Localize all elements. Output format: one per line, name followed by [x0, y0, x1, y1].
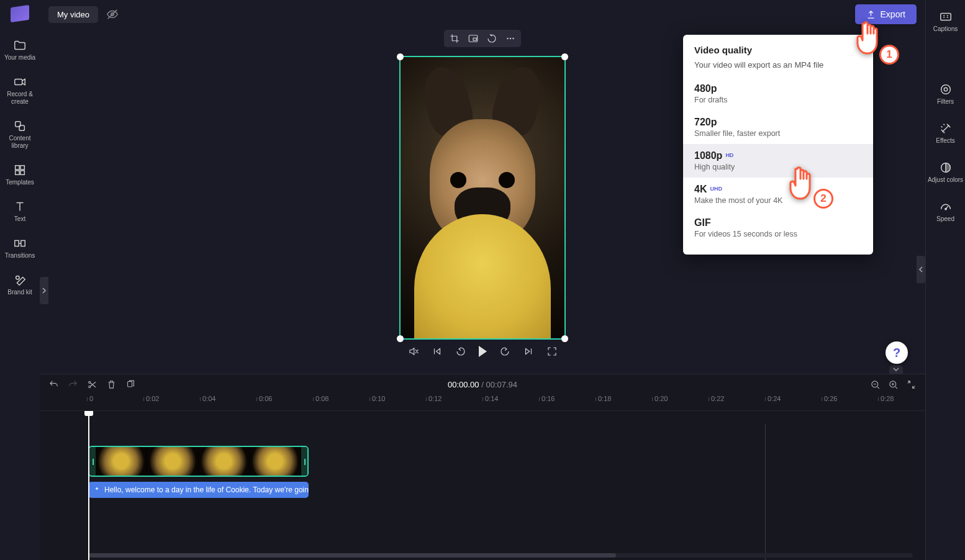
svg-point-23 — [944, 88, 948, 91]
sidebar-templates[interactable]: Templates — [0, 160, 40, 190]
rewind-icon[interactable] — [455, 346, 466, 357]
crop-icon[interactable] — [449, 33, 460, 44]
video-canvas[interactable] — [399, 56, 566, 340]
redo-icon[interactable] — [68, 379, 78, 390]
quality-option-gif[interactable]: GIFFor videos 15 seconds or less — [683, 211, 873, 245]
skip-forward-icon[interactable] — [523, 346, 534, 357]
quality-badge: HD — [725, 152, 733, 158]
sidebar-transitions[interactable]: Transitions — [0, 233, 40, 263]
pip-icon[interactable] — [468, 33, 479, 44]
sidebar-filters-label: Filters — [937, 98, 954, 106]
timeline-ruler[interactable]: 00:020:040:060:080:100:120:140:160:180:2… — [40, 395, 925, 411]
timeline-tracks[interactable]: || || Hello, welcome to a day in the lif… — [40, 411, 925, 560]
quality-option-4k[interactable]: 4KUHDMake the most of your 4K — [683, 178, 873, 211]
filters-icon — [939, 83, 953, 96]
sidebar-adjust-colors[interactable]: Adjust colors — [926, 157, 965, 187]
export-popover-title: Video quality — [683, 45, 873, 60]
quality-option-720p[interactable]: 720pSmaller file, faster export — [683, 111, 873, 144]
sidebar-speed-label: Speed — [936, 215, 954, 223]
svg-rect-0 — [15, 79, 22, 84]
app-logo — [11, 5, 29, 22]
rotate-icon[interactable] — [486, 33, 497, 44]
undo-icon[interactable] — [48, 379, 59, 390]
quality-sub: Smaller file, faster export — [694, 129, 862, 138]
timeline-scrollbar[interactable] — [88, 553, 913, 558]
ruler-mark: 0 — [89, 395, 93, 402]
fit-timeline-icon[interactable] — [906, 379, 917, 390]
zoom-in-icon[interactable] — [888, 379, 899, 390]
help-button[interactable]: ? — [886, 341, 908, 364]
quality-label: 1080p — [694, 150, 722, 161]
sidebar-content-library[interactable]: Content library — [0, 115, 40, 153]
annotation-number-2: 2 — [813, 189, 833, 209]
play-button[interactable] — [479, 346, 487, 357]
video-clip[interactable]: || || — [88, 446, 309, 477]
ruler-mark: 0:14 — [485, 395, 498, 402]
ruler-mark: 0:28 — [881, 395, 894, 402]
quality-option-1080p[interactable]: 1080pHDHigh quality — [683, 144, 873, 178]
svg-rect-12 — [473, 38, 476, 40]
svg-rect-3 — [16, 166, 19, 169]
right-sidebar: Captions Filters Effects Adjust colors — [925, 0, 965, 560]
forward-icon[interactable] — [499, 346, 510, 357]
svg-point-13 — [507, 38, 508, 39]
ruler-mark: 0:16 — [541, 395, 555, 402]
split-icon[interactable] — [87, 379, 97, 390]
sidebar-effects[interactable]: Effects — [926, 118, 965, 148]
quality-badge: UHD — [710, 186, 722, 192]
sidebar-brand-kit[interactable]: Brand kit — [0, 269, 40, 300]
svg-point-22 — [941, 85, 950, 94]
caption-text: Hello, welcome to a day in the life of C… — [104, 485, 309, 494]
sidebar-speed[interactable]: Speed — [926, 196, 965, 227]
timeline-guide-line — [765, 423, 766, 560]
duplicate-icon[interactable] — [125, 379, 136, 390]
expand-right-panel[interactable] — [917, 256, 925, 283]
fullscreen-icon[interactable] — [546, 346, 558, 357]
more-options-icon[interactable] — [505, 33, 516, 44]
sidebar-record-create[interactable]: Record & create — [0, 71, 40, 109]
mute-icon[interactable] — [408, 346, 419, 357]
ruler-mark: 0:10 — [372, 395, 385, 402]
resize-handle-tl[interactable] — [397, 53, 404, 60]
zoom-out-icon[interactable] — [870, 379, 881, 390]
sidebar-filters[interactable]: Filters — [926, 79, 965, 109]
sidebar-your-media[interactable]: Your media — [0, 35, 40, 65]
timeline: 00:00.00 / 00:07.94 00:020:040:060:080:1… — [40, 374, 925, 560]
timeline-toolbar: 00:00.00 / 00:07.94 — [40, 374, 925, 395]
quality-label: 720p — [694, 117, 717, 128]
playhead[interactable] — [88, 411, 89, 560]
sidebar-text[interactable]: Text — [0, 196, 40, 227]
caption-clip[interactable]: Hello, welcome to a day in the life of C… — [88, 482, 309, 498]
clip-handle-left[interactable]: || — [89, 447, 96, 476]
svg-rect-8 — [21, 240, 25, 246]
quality-option-480p[interactable]: 480pFor drafts — [683, 77, 873, 111]
canvas-toolbar — [444, 30, 521, 47]
sidebar-captions[interactable]: Captions — [926, 6, 965, 37]
clip-handle-right[interactable]: || — [301, 447, 307, 476]
speed-icon — [939, 200, 953, 214]
delete-icon[interactable] — [106, 379, 117, 390]
sidebar-content-library-label: Content library — [0, 135, 40, 150]
help-collapse-caret[interactable] — [889, 365, 903, 374]
ruler-mark: 0:24 — [768, 395, 781, 402]
text-icon — [13, 200, 27, 214]
brand-kit-icon — [13, 273, 27, 287]
svg-rect-18 — [128, 382, 132, 387]
svg-rect-4 — [20, 166, 24, 169]
ruler-mark: 0:08 — [315, 395, 328, 402]
visibility-off-icon[interactable] — [106, 7, 119, 21]
expand-left-panel[interactable] — [40, 277, 48, 304]
captions-icon — [939, 10, 953, 24]
video-title[interactable]: My video — [48, 6, 98, 23]
quality-sub: For videos 15 seconds or less — [694, 230, 862, 238]
resize-handle-br[interactable] — [561, 335, 568, 342]
left-sidebar: Your media Record & create Content libra… — [0, 0, 40, 560]
sidebar-brand-kit-label: Brand kit — [7, 289, 32, 296]
library-icon — [13, 119, 27, 133]
skip-back-icon[interactable] — [432, 346, 443, 357]
templates-icon — [13, 163, 27, 177]
resize-handle-tr[interactable] — [561, 53, 568, 60]
svg-point-17 — [89, 386, 91, 387]
top-bar: My video Export — [40, 0, 925, 29]
resize-handle-bl[interactable] — [397, 335, 404, 342]
